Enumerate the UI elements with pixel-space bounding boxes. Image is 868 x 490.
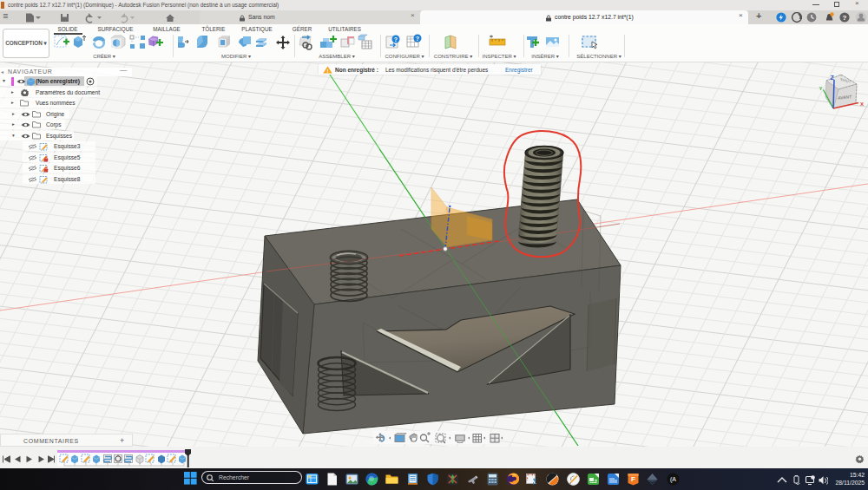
svg-text:?: ? xyxy=(394,36,398,42)
svg-text:Z: Z xyxy=(831,75,835,81)
svg-text:?: ? xyxy=(843,14,847,22)
svg-text:(A: (A xyxy=(670,476,676,483)
svg-text:F: F xyxy=(631,475,635,483)
svg-text:Y: Y xyxy=(819,86,823,91)
svg-text:X: X xyxy=(860,101,864,107)
svg-text:!: ! xyxy=(327,68,329,73)
svg-text:?: ? xyxy=(416,36,419,42)
